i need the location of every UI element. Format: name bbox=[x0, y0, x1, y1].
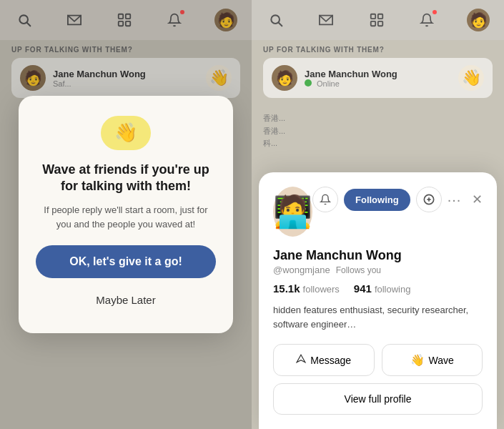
followers-stat: 15.1k followers bbox=[273, 282, 340, 295]
right-chat-name: Jane Manchun Wong bbox=[305, 69, 458, 79]
right-chat-avatar: 🧑 bbox=[272, 65, 297, 91]
svg-rect-9 bbox=[377, 14, 382, 19]
profile-stats: 15.1k followers 941 following bbox=[273, 282, 483, 295]
following-label: following bbox=[375, 284, 411, 295]
right-bg-content: UP FOR TALKING WITH THEM? 🧑 Jane Manchun… bbox=[252, 40, 504, 107]
right-section-label: UP FOR TALKING WITH THEM? bbox=[263, 46, 493, 54]
wave-button[interactable]: 👋 Wave bbox=[382, 344, 483, 376]
svg-rect-11 bbox=[377, 21, 382, 26]
message-label: Message bbox=[310, 355, 351, 366]
profile-handle-row: @wongmjane Follows you bbox=[273, 265, 483, 275]
following-stat: 941 following bbox=[354, 282, 411, 295]
svg-marker-15 bbox=[297, 355, 306, 363]
profile-name: Jane Manchun Wong bbox=[273, 248, 483, 263]
view-profile-button[interactable]: View full profile bbox=[273, 383, 483, 415]
followers-count: 15.1k bbox=[273, 282, 300, 295]
wave-later-button[interactable]: Maybe Later bbox=[36, 284, 216, 316]
wave-modal-description: If people reply we'll start a room, just… bbox=[36, 203, 216, 231]
right-top-nav: 🧑 bbox=[252, 0, 504, 40]
close-button[interactable]: ✕ bbox=[467, 189, 487, 209]
right-search-icon[interactable] bbox=[266, 10, 286, 30]
followers-label: followers bbox=[303, 284, 340, 295]
wave-modal: 👋 Wave at friends if you're up for talki… bbox=[19, 96, 233, 334]
wave-modal-overlay: 👋 Wave at friends if you're up for talki… bbox=[0, 0, 252, 429]
right-chat-status: Online bbox=[305, 79, 458, 88]
profile-card-actions: Following ··· ✕ bbox=[312, 187, 487, 212]
message-icon bbox=[296, 354, 306, 366]
right-chat-info: Jane Manchun Wong Online bbox=[305, 69, 458, 88]
right-bell-icon[interactable] bbox=[417, 10, 437, 30]
more-options-button[interactable]: ··· bbox=[448, 192, 462, 208]
right-message-icon[interactable] bbox=[316, 10, 336, 30]
profile-handle: @wongmjane bbox=[273, 265, 330, 275]
add-button[interactable] bbox=[416, 187, 442, 212]
wave-icon: 👋 bbox=[410, 353, 425, 367]
profile-action-row: Message 👋 Wave bbox=[273, 344, 483, 376]
online-dot bbox=[305, 79, 312, 87]
follows-you: Follows you bbox=[336, 265, 381, 275]
profile-card: 🧑‍💻 Following bbox=[259, 172, 497, 429]
right-chat-item[interactable]: 🧑 Jane Manchun Wong Online 👋 bbox=[263, 58, 493, 98]
wave-modal-title: Wave at friends if you're up for talking… bbox=[36, 162, 216, 195]
right-chat-wave: 👋 bbox=[458, 65, 484, 91]
svg-rect-10 bbox=[370, 21, 375, 26]
message-button[interactable]: Message bbox=[273, 344, 375, 376]
svg-rect-8 bbox=[370, 14, 375, 19]
profile-avatar: 🧑‍💻 bbox=[273, 187, 312, 237]
profile-bio: hidden features enthusiast, security res… bbox=[273, 303, 483, 331]
right-avatar[interactable]: 🧑 bbox=[467, 9, 490, 31]
wave-cta-button[interactable]: OK, let's give it a go! bbox=[36, 245, 216, 278]
wave-emoji-circle: 👋 bbox=[101, 116, 151, 150]
right-panel: 🧑 UP FOR TALKING WITH THEM? 🧑 Jane Manch… bbox=[252, 0, 504, 429]
profile-card-header: 🧑‍💻 Following bbox=[273, 187, 483, 237]
svg-line-7 bbox=[279, 23, 282, 26]
right-bell-badge bbox=[431, 9, 438, 16]
right-grid-icon[interactable] bbox=[367, 10, 387, 30]
following-count: 941 bbox=[354, 282, 372, 295]
wave-emoji: 👋 bbox=[114, 122, 137, 144]
notif-bell-button[interactable] bbox=[312, 187, 338, 212]
wave-label: Wave bbox=[429, 355, 454, 366]
left-panel: 🧑 UP FOR TALKING WITH THEM? 🧑 Jane Manch… bbox=[0, 0, 252, 429]
following-button[interactable]: Following bbox=[344, 189, 410, 211]
bg-text-block: 香港... 香港... 科... bbox=[252, 107, 504, 156]
